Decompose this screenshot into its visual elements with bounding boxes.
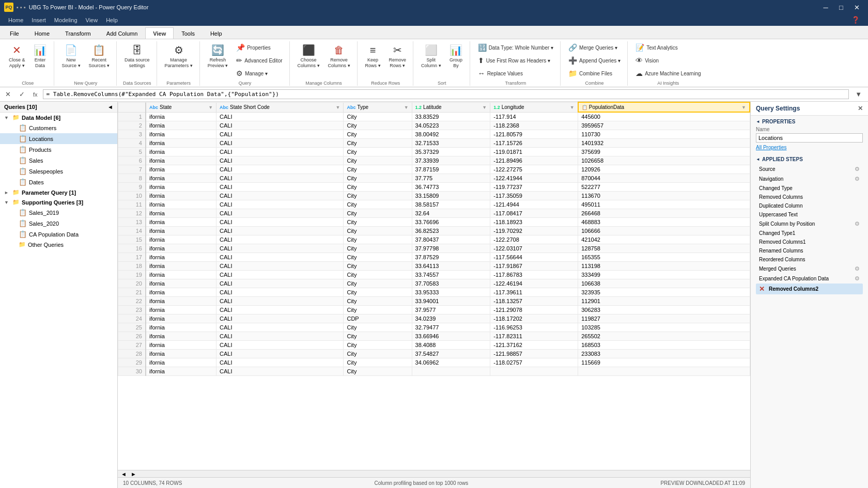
- type-sort-icon[interactable]: ▼: [404, 105, 409, 110]
- recent-sources-button[interactable]: 📋 RecentSources ▾: [85, 41, 114, 71]
- azure-ml-button[interactable]: ☁ Azure Machine Learning: [632, 67, 704, 80]
- data-type-button[interactable]: 🔢 Data Type: Whole Number ▾: [474, 41, 557, 54]
- latitude-sort-icon[interactable]: ▼: [482, 105, 487, 110]
- col-header-population-data[interactable]: 📋 PopulationData ▼: [578, 102, 750, 112]
- text-analytics-button[interactable]: 📝 Text Analytics: [632, 41, 704, 54]
- data-grid[interactable]: Abc State ▼ Abc State Short Code ▼: [118, 102, 750, 470]
- query-name-input[interactable]: [756, 133, 863, 143]
- group-by-button[interactable]: 📊 GroupBy: [446, 41, 467, 71]
- outer-menu-help[interactable]: Help: [102, 14, 122, 26]
- state-short-code-sort-icon[interactable]: ▼: [336, 105, 340, 110]
- step-merged-queries[interactable]: Merged Queries ⚙: [756, 264, 863, 274]
- properties-button[interactable]: 📌 Properties: [233, 41, 286, 54]
- step-removed-columns[interactable]: Removed Columns: [756, 193, 863, 201]
- split-column-button[interactable]: ⬜ SplitColumn ▾: [417, 41, 445, 71]
- tab-tools[interactable]: Tools: [174, 27, 203, 39]
- step-expanded-ca-settings-icon[interactable]: ⚙: [855, 275, 860, 282]
- tab-help[interactable]: Help: [203, 27, 230, 39]
- population-data-sort-icon[interactable]: ▼: [741, 105, 746, 110]
- refresh-preview-button[interactable]: 🔄 RefreshPreview ▾: [204, 41, 232, 71]
- step-split-column-settings-icon[interactable]: ⚙: [855, 221, 860, 227]
- close-apply-button[interactable]: ✕ Close &Apply ▾: [5, 41, 29, 71]
- query-item-other-queries[interactable]: 📁 Other Queries: [0, 240, 117, 249]
- step-changed-type[interactable]: Changed Type: [756, 184, 863, 193]
- cell-pop: 495011: [578, 200, 750, 209]
- formula-expand-button[interactable]: ▼: [851, 89, 866, 99]
- query-item-sales-2020[interactable]: 📋 Sales_2020: [0, 218, 117, 229]
- choose-columns-button[interactable]: ⬛ ChooseColumns ▾: [294, 41, 323, 71]
- remove-rows-button[interactable]: ✂ RemoveRows ▾: [385, 41, 410, 71]
- enter-data-button[interactable]: 📊 EnterData: [30, 41, 51, 71]
- advanced-editor-button[interactable]: ✏ Advanced Editor: [233, 54, 286, 67]
- tab-transform[interactable]: Transform: [57, 27, 99, 39]
- query-item-salespeoples[interactable]: 📋 Salespeoples: [0, 166, 117, 177]
- col-header-state[interactable]: Abc State ▼: [146, 102, 216, 112]
- query-item-dates[interactable]: 📋 Dates: [0, 177, 117, 187]
- tab-view[interactable]: View: [145, 27, 174, 39]
- step-uppercased-text[interactable]: Uppercased Text: [756, 210, 863, 219]
- step-renamed-columns[interactable]: Renamed Columns: [756, 246, 863, 255]
- query-item-customers[interactable]: 📋 Customers: [0, 122, 117, 133]
- col-header-longitude[interactable]: 1.2 Longitude ▼: [490, 102, 578, 112]
- group-parameter-query[interactable]: ► 📁 Parameter Query [1]: [0, 187, 117, 197]
- step-navigation[interactable]: Navigation ⚙: [756, 174, 863, 184]
- manage-button[interactable]: ⚙ Manage ▾: [233, 67, 286, 80]
- longitude-sort-icon[interactable]: ▼: [570, 105, 575, 110]
- query-item-sales-2019[interactable]: 📋 Sales_2019: [0, 207, 117, 218]
- step-navigation-settings-icon[interactable]: ⚙: [855, 176, 860, 182]
- step-removed-columns1[interactable]: Removed Columns1: [756, 238, 863, 246]
- combine-files-button[interactable]: 📁 Combine Files: [565, 67, 624, 80]
- minimize-button[interactable]: ─: [818, 2, 833, 13]
- scroll-right-button[interactable]: ►: [131, 471, 136, 477]
- cell-pop: 323935: [578, 288, 750, 297]
- step-source-settings-icon[interactable]: ⚙: [855, 166, 860, 172]
- formula-bar-input[interactable]: [43, 89, 849, 99]
- step-duplicated-column[interactable]: Duplicated Column: [756, 201, 863, 210]
- step-expanded-ca-population[interactable]: Expanded CA Population Data ⚙: [756, 274, 863, 284]
- help-icon[interactable]: ❓: [847, 14, 864, 26]
- horizontal-scrollbar[interactable]: ◄ ►: [118, 470, 750, 477]
- outer-menu-home[interactable]: Home: [4, 14, 27, 26]
- data-source-settings-button[interactable]: 🗄 Data sourcesettings: [121, 41, 153, 71]
- formula-confirm-button[interactable]: ✓: [16, 89, 28, 99]
- formula-cancel-button[interactable]: ✕: [2, 89, 14, 99]
- remove-columns-button[interactable]: 🗑 RemoveColumns ▾: [324, 41, 354, 71]
- col-header-latitude[interactable]: 1.2 Latitude ▼: [412, 102, 490, 112]
- scroll-left-button[interactable]: ◄: [121, 471, 127, 477]
- manage-parameters-button[interactable]: ⚙ ManageParameters ▾: [161, 41, 196, 71]
- query-item-sales[interactable]: 📋 Sales: [0, 155, 117, 166]
- col-header-type[interactable]: Abc Type ▼: [344, 102, 412, 112]
- state-sort-icon[interactable]: ▼: [208, 105, 213, 110]
- queries-collapse-button[interactable]: ◄: [107, 104, 113, 110]
- step-merged-queries-settings-icon[interactable]: ⚙: [855, 265, 860, 272]
- use-first-row-button[interactable]: ⬆ Use First Row as Headers ▾: [474, 54, 557, 67]
- outer-menu-view[interactable]: View: [82, 14, 102, 26]
- query-item-products[interactable]: 📋 Products: [0, 144, 117, 155]
- step-removed-columns2[interactable]: ✕ Removed Columns2: [756, 284, 863, 294]
- query-settings-close-button[interactable]: ✕: [858, 105, 863, 112]
- col-header-state-short-code[interactable]: Abc State Short Code ▼: [216, 102, 344, 112]
- tab-file[interactable]: File: [2, 27, 27, 39]
- group-supporting-queries[interactable]: ▼ 📁 Supporting Queries [3]: [0, 197, 117, 207]
- vision-button[interactable]: 👁 Vision: [632, 54, 704, 67]
- outer-menu-insert[interactable]: Insert: [27, 14, 50, 26]
- keep-rows-button[interactable]: ≡ KeepRows ▾: [362, 41, 384, 71]
- tab-home[interactable]: Home: [27, 27, 57, 39]
- query-item-locations[interactable]: 📋 Locations: [0, 133, 117, 144]
- tab-add-column[interactable]: Add Column: [99, 27, 146, 39]
- all-properties-link[interactable]: All Properties: [756, 145, 863, 150]
- query-item-ca-population[interactable]: 📋 CA Population Data: [0, 229, 117, 240]
- group-data-model[interactable]: ▼ 📁 Data Model [6]: [0, 113, 117, 122]
- new-source-button[interactable]: 📄 NewSource ▾: [58, 41, 84, 71]
- step-reordered-columns[interactable]: Reordered Columns: [756, 255, 863, 264]
- replace-values-button[interactable]: ↔ Replace Values: [474, 67, 557, 80]
- merge-queries-button[interactable]: 🔗 Merge Queries ▾: [565, 41, 624, 54]
- step-split-column[interactable]: Split Column by Position ⚙: [756, 219, 863, 229]
- window-controls-left[interactable]: ▪ ▪ ▪: [17, 4, 26, 10]
- outer-menu-modeling[interactable]: Modeling: [50, 14, 82, 26]
- maximize-button[interactable]: □: [834, 2, 848, 13]
- step-source[interactable]: Source ⚙: [756, 164, 863, 174]
- close-button[interactable]: ✕: [849, 2, 864, 13]
- step-changed-type1[interactable]: Changed Type1: [756, 229, 863, 238]
- append-queries-button[interactable]: ➕ Append Queries ▾: [565, 54, 624, 67]
